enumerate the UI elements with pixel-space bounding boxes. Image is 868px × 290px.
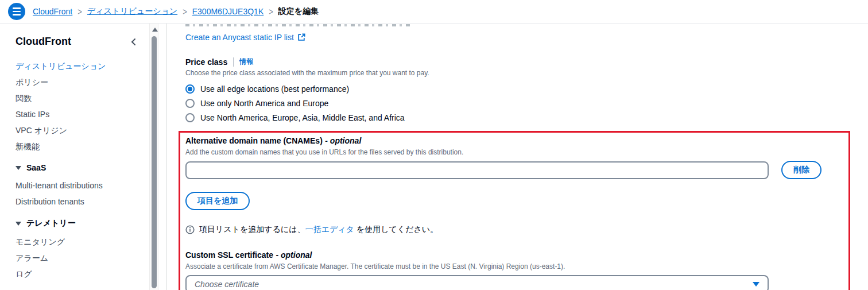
- chevron-right-icon: >: [269, 6, 273, 17]
- sidebar-item-functions[interactable]: 関数: [16, 94, 32, 103]
- bulk-editor-hint-text: 項目リストを追加するには、一括エディタ を使用してください。: [199, 225, 438, 235]
- dropdown-caret-icon: [753, 282, 760, 287]
- breadcrumb-current-edit-settings: 設定を編集: [278, 6, 319, 17]
- collapse-sidebar-icon[interactable]: [130, 38, 137, 46]
- price-class-radio-group: Use all edge locations (best performance…: [185, 84, 868, 122]
- highlighted-cname-ssl-section: Alternative domain name (CNAMEs) - optio…: [179, 131, 850, 290]
- breadcrumb-distributions[interactable]: ディストリビューション: [87, 6, 177, 17]
- add-item-button[interactable]: 項目を追加: [185, 192, 250, 210]
- custom-ssl-label: Custom SSL certificate: [185, 250, 273, 260]
- radio-option-na-eu-asia-me-africa[interactable]: Use North America, Europe, Asia, Middle …: [185, 113, 868, 122]
- certificate-select[interactable]: Choose certificate: [185, 275, 769, 290]
- sidebar-item-alarms[interactable]: アラーム: [16, 253, 48, 262]
- sidebar-item-distributions[interactable]: ディストリビューション: [16, 61, 106, 71]
- delete-cname-button[interactable]: 削除: [781, 161, 822, 179]
- create-anycast-static-ip-list-link[interactable]: Create an Anycast static IP list: [185, 33, 305, 42]
- sidebar-item-static-ips[interactable]: Static IPs: [16, 110, 49, 119]
- sidebar-item-multi-tenant-distributions[interactable]: Multi-tenant distributions: [16, 181, 103, 190]
- certificate-select-placeholder: Choose certificate: [195, 280, 259, 289]
- edit-settings-form: Create an Anycast static IP list Price c…: [166, 24, 868, 290]
- price-class-description: Choose the price class associated with t…: [185, 69, 868, 77]
- sidebar-item-vpc-origins[interactable]: VPC オリジン: [16, 126, 67, 135]
- radio-unselected-icon[interactable]: [185, 113, 195, 122]
- hamburger-menu-icon[interactable]: [8, 3, 25, 20]
- chevron-right-icon: >: [78, 6, 82, 17]
- info-circle-icon: [185, 225, 195, 234]
- bulk-editor-link[interactable]: 一括エディタ: [305, 225, 354, 234]
- label-divider: [233, 57, 234, 67]
- sidebar-title: CloudFront: [16, 36, 71, 48]
- radio-unselected-icon[interactable]: [185, 99, 195, 108]
- clipped-scrolled-text: [185, 24, 410, 26]
- sidebar-item-policies[interactable]: ポリシー: [16, 78, 48, 87]
- breadcrumb-distribution-id[interactable]: E300M6DJUE3Q1K: [192, 7, 264, 16]
- sidebar-scrollbar[interactable]: [149, 24, 158, 290]
- breadcrumb: CloudFront > ディストリビューション > E300M6DJUE3Q1…: [33, 6, 319, 17]
- chevron-right-icon: >: [183, 6, 187, 17]
- price-class-label: Price class: [185, 57, 227, 67]
- scrollbar-up-arrow-icon[interactable]: [152, 28, 158, 32]
- custom-ssl-description: Associate a certificate from AWS Certifi…: [185, 262, 848, 270]
- cnames-optional-suffix: - optional: [325, 136, 361, 145]
- price-class-info-link[interactable]: 情報: [239, 57, 253, 67]
- radio-option-north-america-europe[interactable]: Use only North America and Europe: [185, 99, 868, 108]
- sidebar-section-saas[interactable]: SaaS: [16, 163, 149, 172]
- external-link-icon: [297, 33, 305, 41]
- sidebar-nav: CloudFront ディストリビューション ポリシー 関数 Static IP…: [0, 24, 149, 290]
- sidebar-item-whats-new[interactable]: 新機能: [16, 142, 40, 151]
- scrollbar-thumb[interactable]: [152, 36, 157, 288]
- custom-ssl-optional-suffix: - optional: [276, 250, 312, 260]
- radio-option-all-edge-locations[interactable]: Use all edge locations (best performance…: [185, 84, 868, 94]
- triangle-down-icon: [16, 222, 21, 226]
- breadcrumb-cloudfront[interactable]: CloudFront: [33, 7, 72, 16]
- cnames-label: Alternative domain name (CNAMEs): [185, 136, 323, 145]
- cnames-description: Add the custom domain names that you use…: [185, 148, 848, 156]
- sidebar-item-logs[interactable]: ログ: [16, 269, 32, 279]
- triangle-down-icon: [16, 166, 21, 170]
- sidebar-section-telemetry[interactable]: テレメトリー: [16, 218, 149, 229]
- sidebar-item-monitoring[interactable]: モニタリング: [16, 237, 65, 246]
- breadcrumb-bar: CloudFront > ディストリビューション > E300M6DJUE3Q1…: [0, 0, 868, 24]
- sidebar-item-distribution-tenants[interactable]: Distribution tenants: [16, 197, 84, 206]
- radio-selected-icon[interactable]: [185, 84, 195, 94]
- cname-input[interactable]: [185, 161, 769, 179]
